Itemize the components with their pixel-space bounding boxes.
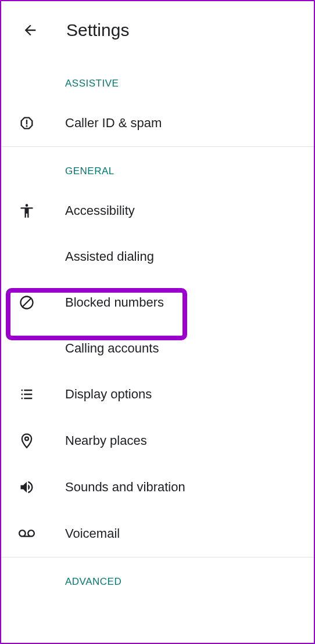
voicemail-icon [19, 526, 35, 542]
volume-icon [19, 479, 35, 495]
back-button[interactable] [19, 19, 42, 42]
section-header-general: GENERAL [1, 147, 314, 188]
section-header-advanced: ADVANCED [1, 557, 314, 598]
item-label: Nearby places [65, 433, 147, 448]
item-label: Blocked numbers [65, 295, 164, 310]
accessibility-icon [19, 203, 35, 219]
item-label: Calling accounts [65, 341, 159, 356]
item-blocked-numbers[interactable]: Blocked numbers [1, 279, 314, 326]
list-icon [19, 386, 35, 402]
item-label: Sounds and vibration [65, 480, 185, 495]
svg-point-1 [26, 204, 28, 207]
item-accessibility[interactable]: Accessibility [1, 188, 314, 234]
item-label: Voicemail [65, 526, 120, 541]
item-assisted-dialing[interactable]: Assisted dialing [1, 234, 314, 279]
svg-point-0 [26, 125, 28, 127]
arrow-back-icon [22, 22, 38, 38]
item-label: Accessibility [65, 203, 135, 218]
item-sounds-vibration[interactable]: Sounds and vibration [1, 464, 314, 510]
header-bar: Settings [1, 1, 314, 59]
spam-icon [19, 115, 35, 131]
item-label: Display options [65, 387, 152, 402]
item-calling-accounts[interactable]: Calling accounts [1, 326, 314, 371]
item-caller-id-spam[interactable]: Caller ID & spam [1, 100, 314, 146]
item-label: Caller ID & spam [65, 116, 162, 131]
item-nearby-places[interactable]: Nearby places [1, 418, 314, 464]
item-voicemail[interactable]: Voicemail [1, 510, 314, 557]
location-icon [19, 433, 35, 449]
section-header-assistive: ASSISTIVE [1, 59, 314, 100]
block-icon [19, 294, 35, 311]
page-title: Settings [66, 20, 129, 40]
item-display-options[interactable]: Display options [1, 371, 314, 418]
item-label: Assisted dialing [65, 249, 154, 264]
